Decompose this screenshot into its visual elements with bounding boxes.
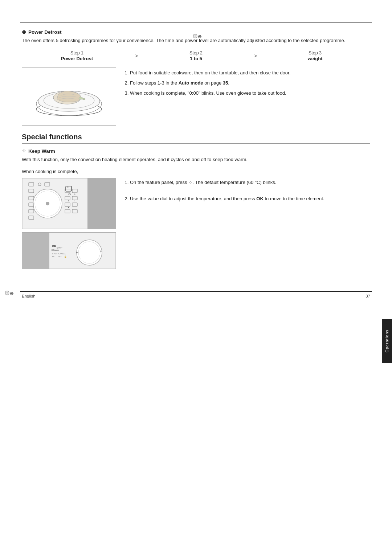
step-3-label: Step 3: [260, 50, 370, 56]
step-3-cell: Step 3 weight: [260, 50, 370, 61]
svg-text:STOP: STOP: [52, 253, 57, 255]
steps-table: Step 1 Power Defrost > Step 2 1 to 5 > S…: [22, 48, 370, 63]
svg-text:CANCEL: CANCEL: [58, 253, 66, 255]
svg-rect-8: [87, 178, 116, 229]
step-1-cell: Step 1 Power Defrost: [22, 50, 132, 61]
power-defrost-title: Power Defrost: [28, 29, 62, 35]
special-functions-title: Special functions: [22, 133, 370, 141]
bottom-bar: English 37: [0, 292, 392, 300]
svg-point-39: [77, 240, 102, 265]
steps-row: Step 1 Power Defrost > Step 2 1 to 5 > S…: [22, 48, 370, 63]
step-3-value: weight: [260, 56, 370, 61]
svg-text:●: ●: [68, 206, 69, 208]
svg-text:MW: MW: [68, 193, 71, 195]
svg-text:⊗: ⊗: [68, 200, 69, 202]
step-2-value: 1 to 5: [141, 56, 251, 61]
arrow-1: >: [132, 53, 141, 59]
keep-warm-icon: ⁘: [22, 148, 26, 154]
main-content: ⊗ Power Defrost The oven offers 5 defros…: [0, 22, 392, 269]
svg-text:🔒: 🔒: [64, 255, 67, 258]
side-tab-text: Operations: [385, 329, 389, 353]
keep-warm-instruction-list: On the feature panel, press ⁘. The defau…: [123, 179, 370, 203]
svg-text:OK: OK: [52, 245, 56, 248]
svg-text:○: ○: [74, 200, 75, 202]
reg-mark-right: ⊕: [384, 319, 388, 325]
keep-warm-instruction-2: Use the value dial to adjust the tempera…: [130, 195, 370, 203]
control-panel-bottom: OK ⊙Based – + ↩ ⊙/○ 🔒 STOP CANCEL: [22, 232, 116, 269]
step-1-value: Power Defrost: [22, 56, 132, 61]
svg-text:START: START: [57, 247, 62, 249]
control-panel-top: ⁘ MW ⊗ ● % ○: [22, 178, 116, 229]
bottom-page: 37: [366, 294, 370, 298]
svg-text:–: –: [76, 250, 78, 255]
power-defrost-image: [22, 67, 116, 126]
svg-point-6: [82, 98, 85, 100]
reg-mark-top: ⊕: [192, 32, 200, 39]
instruction-3: When cooking is complete, "0:00" blinks.…: [130, 89, 370, 97]
arrow-2: >: [251, 53, 260, 59]
bottom-lang: English: [22, 294, 36, 298]
svg-point-15: [46, 202, 49, 205]
keep-warm-title: Keep Warm: [28, 148, 55, 154]
svg-text:+: +: [100, 249, 102, 253]
power-defrost-icon: ⊗: [22, 29, 26, 35]
control-panel-top-svg: ⁘ MW ⊗ ● % ○: [22, 178, 116, 229]
plate-illustration: [27, 69, 111, 124]
step-2-label: Step 2: [141, 50, 251, 56]
power-defrost-content-row: Put food in suitable cookware, then on t…: [22, 67, 370, 126]
control-panel-bottom-svg: OK ⊙Based – + ↩ ⊙/○ 🔒 STOP CANCEL: [22, 233, 116, 269]
panel-images: ⁘ MW ⊗ ● % ○: [22, 178, 116, 269]
keep-warm-description: With this function, only the convection …: [22, 156, 370, 164]
power-defrost-instructions: Put food in suitable cookware, then on t…: [123, 67, 370, 126]
keep-warm-instructions: On the feature panel, press ⁘. The defau…: [123, 178, 370, 211]
side-tab: Operations: [382, 319, 392, 363]
svg-text:⊙Based: ⊙Based: [51, 249, 59, 251]
when-complete-text: When cooking is complete,: [22, 169, 370, 174]
instruction-2: Follow steps 1-3 in the Auto mode on pag…: [130, 79, 370, 87]
svg-rect-36: [22, 233, 49, 269]
page: ⊕ ⊕ ⊗ Power Defrost The oven offers 5 de…: [0, 22, 392, 541]
instruction-list: Put food in suitable cookware, then on t…: [123, 69, 370, 97]
reg-mark-left: ⊕: [4, 289, 12, 296]
step-2-cell: Step 2 1 to 5: [141, 50, 251, 61]
svg-text:%: %: [74, 193, 75, 195]
keep-warm-content-row: ⁘ MW ⊗ ● % ○: [22, 178, 370, 269]
instruction-1: Put food in suitable cookware, then on t…: [130, 69, 370, 77]
keep-warm-instruction-1: On the feature panel, press ⁘. The defau…: [130, 179, 370, 187]
svg-text:↩: ↩: [52, 255, 54, 258]
step-1-label: Step 1: [22, 50, 132, 56]
svg-text:⊙/○: ⊙/○: [58, 255, 61, 258]
keep-warm-heading: ⁘ Keep Warm: [22, 148, 370, 154]
special-functions-divider: [22, 143, 370, 144]
